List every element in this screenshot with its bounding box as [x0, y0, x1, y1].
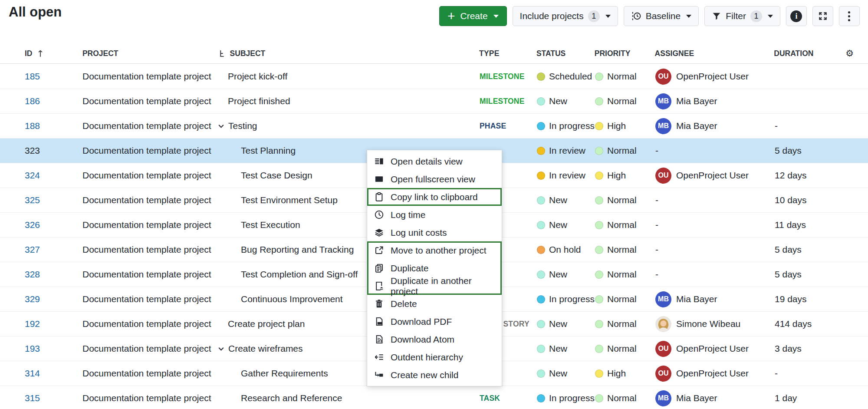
project-cell[interactable]: Documentation template project [82, 269, 217, 280]
context-menu-item-delete[interactable]: Delete [367, 295, 502, 313]
status-cell[interactable]: New [537, 195, 595, 205]
column-header-id[interactable]: ID [0, 49, 82, 58]
status-cell[interactable]: New [537, 319, 595, 329]
assignee-name[interactable]: Mia Bayer [676, 96, 717, 106]
priority-cell[interactable]: Normal [595, 269, 655, 280]
context-menu-item-download-pdf[interactable]: PDFDownload PDF [367, 313, 502, 330]
assignee-cell[interactable]: MBMia Bayer [655, 390, 775, 406]
assignee-name[interactable]: OpenProject User [676, 343, 749, 354]
project-cell[interactable]: Documentation template project [82, 393, 217, 403]
table-row[interactable]: 185Documentation template projectProject… [0, 64, 868, 89]
avatar[interactable]: OU [655, 168, 671, 184]
priority-cell[interactable]: Normal [595, 96, 655, 106]
avatar[interactable]: OU [655, 341, 671, 357]
subject-cell[interactable]: Project kick-off [217, 71, 480, 82]
work-package-id-link[interactable]: 188 [25, 121, 40, 131]
work-package-id-link[interactable]: 329 [25, 294, 40, 304]
priority-cell[interactable]: Normal [595, 319, 655, 329]
work-package-id-link[interactable]: 324 [25, 170, 40, 181]
project-cell[interactable]: Documentation template project [82, 195, 217, 205]
priority-cell[interactable]: Normal [595, 343, 655, 354]
assignee-cell[interactable]: - [655, 244, 775, 255]
project-cell[interactable]: Documentation template project [82, 170, 217, 181]
project-cell[interactable]: Documentation template project [82, 220, 217, 230]
column-header-status[interactable]: STATUS [536, 49, 595, 58]
assignee-cell[interactable]: MBMia Bayer [655, 291, 775, 307]
priority-cell[interactable]: Normal [595, 71, 655, 82]
subject-cell[interactable]: Project finished [217, 96, 480, 106]
assignee-cell[interactable]: MBMia Bayer [655, 93, 775, 109]
context-menu-item-copy-link-to-clipboard[interactable]: Copy link to clipboard [367, 188, 502, 206]
assignee-cell[interactable]: OUOpenProject User [655, 168, 775, 184]
work-package-id-link[interactable]: 192 [25, 319, 40, 329]
table-settings-gear-icon[interactable]: ⚙ [845, 48, 854, 59]
work-package-id-link[interactable]: 193 [25, 343, 40, 354]
type-cell[interactable]: PHASE [480, 122, 537, 131]
context-menu-item-open-fullscreen-view[interactable]: Open fullscreen view [367, 170, 502, 188]
column-header-assignee[interactable]: ASSIGNEE [655, 49, 774, 58]
avatar[interactable]: OU [655, 366, 671, 382]
assignee-cell[interactable]: MBMia Bayer [655, 118, 775, 134]
collapse-chevron-icon[interactable] [217, 345, 225, 353]
project-cell[interactable]: Documentation template project [82, 319, 217, 329]
project-cell[interactable]: Documentation template project [82, 343, 217, 354]
status-cell[interactable]: In progress [537, 294, 595, 304]
subject-cell[interactable]: Research and Reference [217, 393, 480, 403]
avatar[interactable] [655, 316, 671, 332]
avatar[interactable]: MB [655, 93, 671, 109]
context-menu-item-outdent-hierarchy[interactable]: Outdent hierarchy [367, 348, 502, 366]
priority-cell[interactable]: Normal [595, 195, 655, 205]
info-button[interactable]: i [786, 6, 807, 26]
status-cell[interactable]: New [537, 343, 595, 354]
assignee-cell[interactable]: Simone Wibeau [655, 316, 775, 332]
type-cell[interactable]: MILESTONE [480, 97, 537, 106]
status-cell[interactable]: New [537, 220, 595, 230]
work-package-id-link[interactable]: 328 [25, 269, 40, 280]
assignee-name[interactable]: Mia Bayer [676, 121, 717, 131]
status-cell[interactable]: In review [537, 170, 595, 181]
avatar[interactable]: MB [655, 390, 671, 406]
create-button[interactable]: + Create [439, 6, 507, 26]
context-menu-item-move-to-another-project[interactable]: Move to another project [367, 241, 502, 259]
project-cell[interactable]: Documentation template project [82, 145, 217, 156]
baseline-button[interactable]: Baseline [624, 6, 699, 26]
context-menu-item-open-details-view[interactable]: Open details view [367, 152, 502, 170]
context-menu-item-download-atom[interactable]: Download Atom [367, 330, 502, 348]
priority-cell[interactable]: Normal [595, 393, 655, 403]
context-menu-item-log-unit-costs[interactable]: Log unit costs [367, 224, 502, 241]
type-cell[interactable]: TASK [480, 394, 537, 403]
fullscreen-button[interactable] [812, 6, 833, 26]
type-cell[interactable]: MILESTONE [480, 72, 537, 81]
include-projects-button[interactable]: Include projects 1 [513, 6, 618, 26]
avatar[interactable]: OU [655, 69, 671, 85]
priority-cell[interactable]: High [595, 121, 655, 131]
project-cell[interactable]: Documentation template project [82, 294, 217, 304]
work-package-id-link[interactable]: 323 [25, 145, 40, 156]
assignee-name[interactable]: Simone Wibeau [676, 319, 740, 329]
status-cell[interactable]: New [537, 96, 595, 106]
status-cell[interactable]: Scheduled [537, 71, 595, 82]
assignee-name[interactable]: Mia Bayer [676, 294, 717, 304]
more-options-button[interactable] [839, 6, 860, 26]
context-menu-item-duplicate[interactable]: Duplicate [367, 259, 502, 277]
avatar[interactable]: MB [655, 291, 671, 307]
column-header-project[interactable]: PROJECT [82, 49, 217, 58]
filter-button[interactable]: Filter 1 [704, 6, 780, 26]
work-package-id-link[interactable]: 327 [25, 244, 40, 255]
context-menu-item-duplicate-in-another-project[interactable]: Duplicate in another project [367, 277, 502, 295]
assignee-cell[interactable]: - [655, 145, 775, 156]
work-package-id-link[interactable]: 326 [25, 220, 40, 230]
avatar[interactable]: MB [655, 118, 671, 134]
status-cell[interactable]: New [537, 368, 595, 379]
assignee-cell[interactable]: OUOpenProject User [655, 69, 775, 85]
project-cell[interactable]: Documentation template project [82, 71, 217, 82]
priority-cell[interactable]: High [595, 368, 655, 379]
assignee-cell[interactable]: - [655, 220, 775, 230]
subject-cell[interactable]: Testing [217, 121, 480, 131]
assignee-name[interactable]: Mia Bayer [676, 393, 717, 403]
status-cell[interactable]: In progress [537, 121, 595, 131]
assignee-name[interactable]: OpenProject User [676, 170, 749, 181]
context-menu-item-log-time[interactable]: Log time [367, 206, 502, 224]
column-header-duration[interactable]: DURATION [774, 49, 845, 58]
table-row[interactable]: 315Documentation template projectResearc… [0, 386, 868, 409]
